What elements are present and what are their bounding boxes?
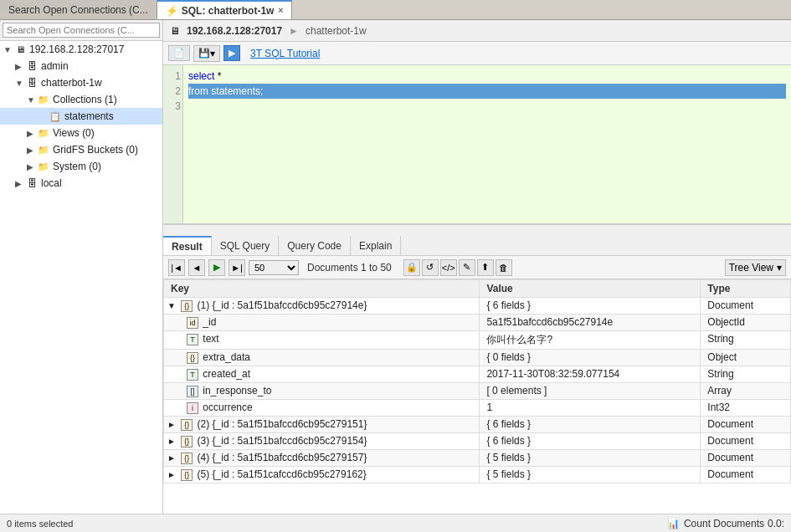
tab-search[interactable]: Search Open Connections (C... xyxy=(0,0,157,19)
results-tab[interactable]: Explain xyxy=(351,236,401,255)
tab-close-icon[interactable]: × xyxy=(278,6,283,15)
sidebar-tree-item[interactable]: ▶📁GridFS Buckets (0) xyxy=(0,141,162,158)
table-row[interactable]: i occurrence 1 Int32 xyxy=(164,400,791,417)
row-type-icon: {} xyxy=(181,419,193,431)
tutorial-link[interactable]: 3T SQL Tutorial xyxy=(250,48,320,59)
expand-icon: ► xyxy=(167,470,176,479)
content-area: 🖥 192.168.2.128:27017 ► chatterbot-1w 📄 … xyxy=(163,20,791,514)
cell-value: { 0 fields } xyxy=(480,350,701,366)
page-size-select[interactable]: 50 25 100 xyxy=(249,260,299,275)
results-tab[interactable]: Result xyxy=(163,236,212,255)
tree-item-icon: 🗄 xyxy=(25,176,39,190)
expand-arrow: ▶ xyxy=(27,129,37,138)
cell-type: ObjectId xyxy=(701,315,791,331)
last-page-button[interactable]: ►| xyxy=(229,259,245,276)
table-row[interactable]: ► {} (2) {_id : 5a1f51bafccd6cb95c279151… xyxy=(164,417,791,433)
table-row[interactable]: {} extra_data { 0 fields } Object xyxy=(164,350,791,366)
table-row[interactable]: ► {} (4) {_id : 5a1f51bafccd6cb95c279157… xyxy=(164,450,791,467)
cell-value: { 5 fields } xyxy=(480,450,701,467)
server-icon: 🖥 xyxy=(168,24,182,38)
results-tab[interactable]: SQL Query xyxy=(212,236,280,255)
sidebar-tree-item[interactable]: ▼🗄chatterbot-1w xyxy=(0,74,162,91)
table-row[interactable]: id _id 5a1f51bafccd6cb95c27914e ObjectId xyxy=(164,315,791,331)
export-icon[interactable]: ⬆ xyxy=(477,259,494,276)
save-dropdown[interactable]: 💾 ▾ xyxy=(193,45,220,62)
cell-value: 2017-11-30T08:32:59.077154 xyxy=(480,366,701,383)
col-type: Type xyxy=(701,280,791,298)
line-numbers: 1 2 3 xyxy=(163,65,183,223)
tree-item-label: statements xyxy=(64,110,114,122)
delete-icon[interactable]: 🗑 xyxy=(496,259,512,276)
sql-toolbar: 📄 💾 ▾ ▶ 3T SQL Tutorial xyxy=(163,42,791,65)
table-row[interactable]: ► {} (5) {_id : 5a1f51cafccd6cb95c279162… xyxy=(164,467,791,483)
code-icon[interactable]: </> xyxy=(440,259,457,276)
search-input[interactable] xyxy=(3,23,160,38)
table-row[interactable]: ▼ {} (1) {_id : 5a1f51bafccd6cb95c27914e… xyxy=(164,298,791,315)
cell-key: i occurrence xyxy=(164,400,480,417)
first-page-button[interactable]: |◄ xyxy=(168,259,185,276)
cell-type: Document xyxy=(701,417,791,433)
view-dropdown[interactable]: Tree View ▾ xyxy=(725,259,786,276)
view-label: Tree View xyxy=(729,262,773,274)
results-area: ResultSQL QueryQuery CodeExplain |◄ ◄ ▶ … xyxy=(163,236,791,514)
cell-type: Document xyxy=(701,450,791,467)
expand-icon: ► xyxy=(167,453,176,463)
cell-type: String xyxy=(701,331,791,350)
expand-icon: ▼ xyxy=(167,301,176,310)
sql-line-2: from statements; xyxy=(188,84,786,99)
connection-address: 192.168.2.128:27017 xyxy=(187,25,282,37)
sql-content[interactable]: select * from statements; xyxy=(183,65,791,223)
sidebar-tree-item[interactable]: ▼📁Collections (1) xyxy=(0,91,162,108)
database-name: chatterbot-1w xyxy=(306,25,367,37)
edit-icon[interactable]: ✎ xyxy=(459,259,475,276)
cell-key: ▼ {} (1) {_id : 5a1f51bafccd6cb95c27914e… xyxy=(164,298,480,315)
results-tabs: ResultSQL QueryQuery CodeExplain xyxy=(163,236,791,256)
sidebar-tree-item[interactable]: ▶🗄local xyxy=(0,175,162,192)
run-button[interactable]: ▶ xyxy=(208,259,225,276)
expand-icon: ► xyxy=(167,437,176,446)
cell-type: Int32 xyxy=(701,400,791,417)
lock-icon[interactable]: 🔒 xyxy=(403,259,420,276)
col-key: Key xyxy=(164,280,480,298)
row-type-icon: {} xyxy=(187,352,198,364)
sidebar: ▼🖥192.168.2.128:27017▶🗄admin▼🗄chatterbot… xyxy=(0,20,163,514)
table-row[interactable]: T text 你叫什么名字? String xyxy=(164,331,791,350)
cell-key: {} extra_data xyxy=(164,350,480,366)
sidebar-tree-item[interactable]: ▶📁Views (0) xyxy=(0,125,162,141)
results-tab[interactable]: Query Code xyxy=(279,236,351,255)
tab-sql[interactable]: ⚡ SQL: chatterbot-1w × xyxy=(157,0,293,19)
sidebar-tree-item[interactable]: ▼🖥192.168.2.128:27017 xyxy=(0,41,162,58)
results-toolbar: |◄ ◄ ▶ ►| 50 25 100 Documents 1 to 50 🔒 … xyxy=(163,256,791,279)
connection-toolbar: 🖥 192.168.2.128:27017 ► chatterbot-1w xyxy=(163,20,791,42)
prev-page-button[interactable]: ◄ xyxy=(188,259,205,276)
status-right: 📊 Count Documents 0.0: xyxy=(667,517,784,530)
tab-bar: Search Open Connections (C... ⚡ SQL: cha… xyxy=(0,0,791,20)
table-row[interactable]: [] in_response_to [ 0 elements ] Array xyxy=(164,383,791,400)
toolbar-run-button[interactable]: ▶ xyxy=(223,45,240,61)
main-layout: ▼🖥192.168.2.128:27017▶🗄admin▼🗄chatterbot… xyxy=(0,20,791,514)
sidebar-tree-item[interactable]: ▶📁System (0) xyxy=(0,158,162,175)
table-row[interactable]: ► {} (3) {_id : 5a1f51bafccd6cb95c279154… xyxy=(164,433,791,450)
cell-type: Object xyxy=(701,350,791,366)
tree-item-label: System (0) xyxy=(53,161,101,172)
sidebar-tree-item[interactable]: ▶🗄admin xyxy=(0,58,162,74)
expand-arrow: ▶ xyxy=(15,179,25,188)
save-button[interactable]: 💾 ▾ xyxy=(193,45,220,62)
tree-item-icon: 📁 xyxy=(37,143,50,156)
refresh-icon[interactable]: ↺ xyxy=(422,259,439,276)
tree-item-icon: 🖥 xyxy=(13,43,27,56)
action-icons: 🔒 ↺ </> ✎ ⬆ 🗑 xyxy=(403,259,512,276)
sql-line-3 xyxy=(188,99,786,114)
expand-arrow: ▼ xyxy=(3,45,13,54)
cell-type: String xyxy=(701,366,791,383)
row-type-icon: {} xyxy=(181,300,193,312)
sidebar-tree-item[interactable]: 📋statements xyxy=(0,108,162,125)
expand-arrow: ▶ xyxy=(15,62,25,71)
sidebar-search-bar xyxy=(0,20,162,41)
tree-item-icon: 📁 xyxy=(37,126,50,140)
table-row[interactable]: T created_at 2017-11-30T08:32:59.077154 … xyxy=(164,366,791,383)
horizontal-scrollbar[interactable] xyxy=(163,224,791,236)
table-header-row: Key Value Type xyxy=(164,280,791,298)
tree-item-label: 192.168.2.128:27017 xyxy=(29,43,124,55)
toolbar-new-button[interactable]: 📄 xyxy=(168,45,190,61)
